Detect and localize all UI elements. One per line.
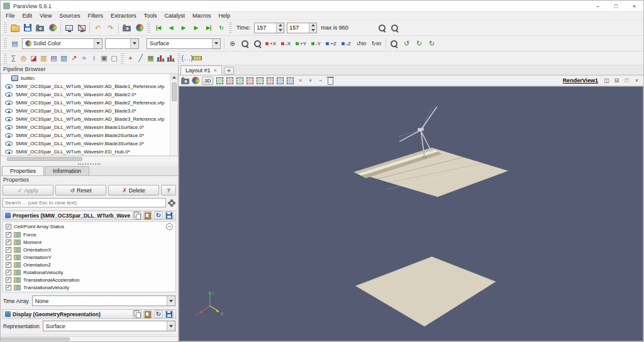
display-representation-combo[interactable]: Surface [43, 321, 175, 331]
toggle-all-icon[interactable] [166, 223, 173, 230]
threshold-icon[interactable]: ▤ [49, 53, 58, 63]
set-view-plus-y-button[interactable]: +Y [294, 38, 308, 50]
spin-up-icon[interactable] [279, 24, 282, 26]
interactive-select-cells-icon[interactable] [255, 76, 265, 85]
select-points-through-icon[interactable] [245, 76, 255, 85]
checkbox-checked[interactable]: ✓ [6, 255, 11, 260]
close-button[interactable]: × [625, 1, 643, 11]
render-viewport[interactable]: Z X Y [179, 86, 643, 341]
array-row[interactable]: ✓ TranslationalVelocity [3, 284, 175, 291]
reset-display-icon[interactable]: ↻ [154, 310, 163, 318]
hover-cells-icon[interactable] [275, 76, 285, 85]
color-palette-icon[interactable] [191, 76, 200, 85]
array-row[interactable]: ✓ OrientationZ [3, 261, 175, 268]
array-row[interactable]: ✓ Moment [3, 238, 175, 246]
menu-item[interactable]: Filters [84, 13, 107, 19]
edit-zoom-icon[interactable] [389, 22, 401, 34]
export-scene-icon[interactable] [47, 22, 58, 34]
menu-item[interactable]: Edit [19, 13, 36, 19]
array-row[interactable]: ✓ OrientationY [3, 253, 175, 261]
delete-selection-icon[interactable] [326, 76, 335, 85]
visibility-eye-icon[interactable] [4, 107, 13, 115]
minimize-button[interactable]: – [589, 1, 607, 11]
array-row[interactable]: ✓ OrientationX [3, 246, 175, 253]
disconnect-icon[interactable] [75, 22, 87, 34]
spreadsheet-icon[interactable]: ▦ [146, 53, 155, 63]
panel-splitter[interactable] [1, 162, 178, 166]
maximize-button[interactable]: □ [607, 1, 625, 11]
menu-item[interactable]: Sources [55, 13, 84, 19]
representation-combo[interactable]: Surface [147, 38, 221, 49]
delete-button[interactable]: ✗ Delete [108, 185, 159, 196]
visibility-eye-icon[interactable] [4, 91, 13, 99]
set-view-minus-x-button[interactable]: -X [279, 38, 293, 50]
redo-icon[interactable]: ↷ [104, 22, 116, 34]
frame-index-spinbox[interactable] [287, 23, 317, 33]
menu-item[interactable]: View [36, 13, 55, 19]
previous-frame-button[interactable]: ◀ [165, 22, 177, 34]
clear-selection-icon[interactable]: × [296, 76, 305, 85]
help-button[interactable]: ? [161, 185, 176, 196]
array-row[interactable]: ✓ Force [3, 231, 175, 238]
render-scene[interactable]: Z X Y [179, 87, 643, 341]
reset-button[interactable]: ↺ Reset [55, 185, 106, 196]
undo-icon[interactable]: ↶ [92, 22, 104, 34]
search-input[interactable] [3, 198, 166, 207]
apply-button[interactable]: ✓ Apply [3, 185, 53, 196]
close-view-icon[interactable]: × [632, 76, 641, 85]
scroll-up-icon[interactable] [170, 74, 177, 80]
menu-item[interactable]: Extractors [107, 13, 140, 19]
toolbar-drag-handle[interactable] [229, 23, 232, 33]
loop-button[interactable]: ↻ [215, 22, 227, 34]
save-data-icon[interactable] [21, 22, 33, 34]
ruler-icon[interactable] [192, 53, 202, 63]
tab-properties[interactable]: Properties [2, 166, 44, 175]
color-map-icon[interactable] [133, 22, 145, 34]
pipeline-item-builtin[interactable]: builtin: [1, 74, 177, 82]
split-vertical-icon[interactable]: ⊟ [612, 76, 621, 85]
save-defaults-icon[interactable] [165, 211, 174, 219]
grow-selection-button[interactable]: + [306, 76, 315, 85]
component-combo[interactable] [105, 38, 139, 49]
maximize-view-icon[interactable]: □ [622, 76, 631, 85]
menu-item[interactable]: Macros [189, 13, 215, 19]
select-cells-through-icon[interactable] [235, 76, 245, 85]
histogram-icon[interactable] [166, 53, 175, 63]
checkbox-checked[interactable]: ✓ [6, 277, 11, 283]
set-view-minus-z-button[interactable]: -Z [339, 38, 353, 50]
layout-tab[interactable]: Layout #1 × [180, 65, 222, 75]
camera-icon[interactable] [121, 22, 133, 34]
reset-camera-icon[interactable]: ⊕ [226, 38, 238, 50]
array-row[interactable]: ✓ RotationalVelocity [3, 268, 175, 276]
capture-screenshot-icon[interactable] [180, 76, 190, 85]
last-frame-button[interactable]: ▶| [203, 22, 214, 34]
checkbox-checked[interactable]: ✓ [6, 247, 11, 253]
contour-icon[interactable]: ◎ [19, 53, 28, 63]
group-datasets-icon[interactable]: ▣ [99, 53, 109, 63]
toolbar-drag-handle[interactable] [121, 53, 124, 63]
paste-properties-icon[interactable] [143, 211, 152, 219]
camera-link-icon[interactable]: ↻ [426, 38, 438, 50]
toolbar-drag-handle[interactable] [147, 23, 150, 33]
save-screenshot-icon[interactable] [34, 22, 46, 34]
checkbox-checked[interactable]: ✓ [6, 262, 11, 268]
copy-properties-icon[interactable] [133, 211, 142, 219]
pipeline-item[interactable]: 5MW_OC3Spar_DLL_WTurb_WavesIrr.ED_Hub.0* [1, 148, 177, 156]
warp-vector-icon[interactable]: ≀ [89, 53, 99, 63]
chart-view-icon[interactable] [156, 53, 165, 63]
pipeline-item[interactable]: 5MW_OC3Spar_DLL_WTurb_WavesIrr.AD_Blade2… [1, 91, 177, 99]
close-tab-icon[interactable]: × [214, 67, 217, 74]
extract-subset-icon[interactable]: ▧ [59, 53, 69, 63]
display-section-header[interactable]: Display (GeometryRepresentation) ↻ [3, 309, 176, 319]
visibility-eye-icon[interactable] [4, 99, 13, 107]
render-view-title[interactable]: RenderView1 [563, 77, 601, 84]
stream-tracer-icon[interactable]: ≈ [79, 53, 89, 63]
frame-index-input[interactable] [287, 23, 309, 33]
spin-up-icon[interactable] [311, 24, 315, 26]
shrink-selection-button[interactable]: − [316, 76, 325, 85]
pipeline-item[interactable]: 5MW_OC3Spar_DLL_WTurb_WavesIrr.AD_Blade3… [1, 107, 177, 115]
next-frame-button[interactable]: ▶ [190, 22, 202, 34]
reset-camera-closest-icon[interactable] [252, 38, 264, 50]
checkbox-checked[interactable]: ✓ [6, 270, 11, 275]
play-button[interactable]: ▶ [177, 22, 189, 34]
